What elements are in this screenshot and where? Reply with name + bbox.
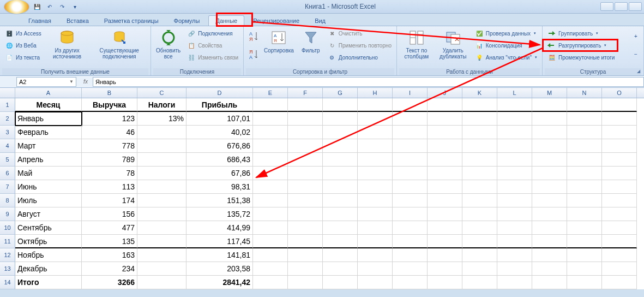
cell[interactable]	[358, 207, 393, 221]
save-icon[interactable]: 💾	[32, 2, 43, 11]
data-validation-button[interactable]: ✅Проверка данных▾	[472, 27, 540, 39]
cell[interactable]: 477	[82, 221, 137, 235]
cell[interactable]	[393, 262, 428, 276]
cell[interactable]	[393, 221, 428, 235]
cell[interactable]	[497, 167, 532, 180]
cell[interactable]	[428, 194, 462, 207]
cell[interactable]	[358, 112, 393, 126]
cell[interactable]	[602, 167, 637, 180]
cell[interactable]: Апрель	[15, 153, 82, 167]
advanced-filter-button[interactable]: ⚙Дополнительно	[325, 51, 394, 63]
cell[interactable]	[253, 235, 288, 248]
tab-главная[interactable]: Главная	[22, 16, 58, 26]
cell[interactable]: 234	[82, 262, 137, 276]
cell[interactable]: Октябрь	[15, 235, 82, 248]
cell[interactable]: 3266	[82, 276, 137, 289]
tab-рецензирование[interactable]: Рецензирование	[246, 16, 306, 26]
cell[interactable]	[393, 276, 428, 289]
cell[interactable]	[288, 194, 323, 207]
redo-icon[interactable]: ↷	[57, 2, 68, 11]
cell[interactable]	[567, 207, 602, 221]
cell[interactable]	[428, 235, 462, 248]
cell[interactable]	[567, 194, 602, 207]
cell[interactable]: 98,31	[186, 180, 253, 194]
cell[interactable]	[428, 167, 462, 180]
cell[interactable]: 113	[82, 180, 137, 194]
cell[interactable]	[137, 262, 186, 276]
cell[interactable]	[567, 98, 602, 112]
cell[interactable]	[288, 248, 323, 262]
cell[interactable]	[532, 207, 567, 221]
row-header[interactable]: 2	[0, 112, 15, 126]
row-header[interactable]: 11	[0, 235, 15, 248]
cell[interactable]	[393, 248, 428, 262]
cell[interactable]	[253, 221, 288, 235]
cell[interactable]	[288, 167, 323, 180]
connections-button[interactable]: 🔗Подключения	[184, 27, 241, 39]
cell[interactable]	[462, 262, 497, 276]
cell[interactable]	[323, 167, 358, 180]
cell[interactable]	[497, 221, 532, 235]
cell[interactable]: 203,58	[186, 262, 253, 276]
cell[interactable]	[358, 235, 393, 248]
cell[interactable]: 123	[82, 112, 137, 126]
name-box[interactable]: A2▼	[16, 77, 76, 87]
cell[interactable]	[497, 180, 532, 194]
cell[interactable]: Март	[15, 139, 82, 153]
row-header[interactable]: 7	[0, 180, 15, 194]
cell[interactable]	[497, 207, 532, 221]
cell[interactable]	[567, 235, 602, 248]
cell[interactable]	[137, 180, 186, 194]
cell[interactable]: 151,38	[186, 194, 253, 207]
hide-detail-button[interactable]: −	[630, 45, 641, 63]
row-header[interactable]: 10	[0, 221, 15, 235]
cell[interactable]	[532, 98, 567, 112]
cell[interactable]	[567, 262, 602, 276]
cell[interactable]: Июнь	[15, 180, 82, 194]
cell[interactable]	[137, 207, 186, 221]
cell[interactable]: Ноябрь	[15, 248, 82, 262]
cell[interactable]	[393, 194, 428, 207]
cell[interactable]: 141,81	[186, 248, 253, 262]
cell[interactable]	[428, 139, 462, 153]
cell[interactable]: Август	[15, 207, 82, 221]
from-web-button[interactable]: 🌐Из Веба	[2, 39, 44, 51]
cell[interactable]	[532, 235, 567, 248]
cell[interactable]	[393, 126, 428, 139]
cell[interactable]	[323, 221, 358, 235]
cell[interactable]	[358, 126, 393, 139]
cell[interactable]	[358, 276, 393, 289]
cell[interactable]	[462, 98, 497, 112]
cell[interactable]	[358, 180, 393, 194]
refresh-all-button[interactable]: Обновить все	[153, 27, 183, 61]
cell[interactable]	[253, 167, 288, 180]
cell[interactable]	[137, 221, 186, 235]
tab-вид[interactable]: Вид	[308, 16, 332, 26]
cell[interactable]	[567, 180, 602, 194]
cell[interactable]	[567, 221, 602, 235]
cell[interactable]	[393, 112, 428, 126]
cell[interactable]	[323, 262, 358, 276]
cell[interactable]	[137, 167, 186, 180]
col-header-L[interactable]: L	[497, 88, 532, 98]
cell[interactable]	[288, 180, 323, 194]
row-header[interactable]: 3	[0, 126, 15, 139]
cell[interactable]	[462, 248, 497, 262]
cell[interactable]	[428, 248, 462, 262]
cell[interactable]	[393, 153, 428, 167]
cell[interactable]: 163	[82, 248, 137, 262]
cell[interactable]	[358, 221, 393, 235]
sort-asc-button[interactable]: АЯ	[246, 27, 260, 45]
cell[interactable]	[532, 248, 567, 262]
cell[interactable]	[288, 262, 323, 276]
select-all-corner[interactable]	[0, 88, 15, 98]
cell[interactable]: 2841,42	[186, 276, 253, 289]
cell[interactable]	[428, 221, 462, 235]
office-button[interactable]	[4, 0, 29, 14]
cell[interactable]	[532, 221, 567, 235]
cell[interactable]: Выручка	[82, 98, 137, 112]
cell[interactable]	[358, 262, 393, 276]
cell[interactable]	[288, 207, 323, 221]
cell[interactable]	[323, 207, 358, 221]
cell[interactable]: Февраль	[15, 126, 82, 139]
